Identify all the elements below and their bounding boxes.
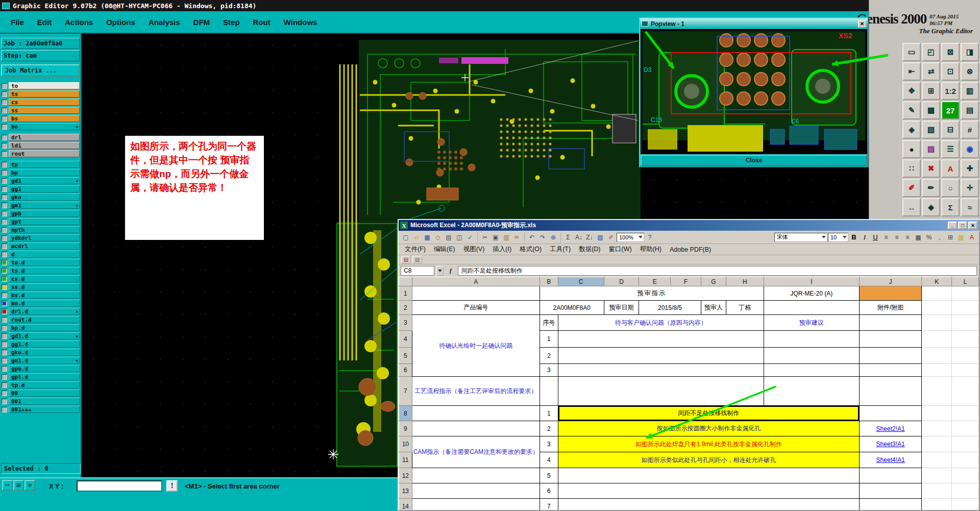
cell-J11[interactable]: Sheet4!A1	[860, 452, 922, 468]
diamond-view-icon[interactable]: ◈	[902, 120, 921, 139]
delete-icon[interactable]: ✖	[922, 159, 940, 178]
excel-save-icon[interactable]: ▦	[422, 232, 432, 242]
cell-B12[interactable]: 5	[540, 468, 558, 483]
menu-actions[interactable]: Actions	[58, 15, 100, 29]
rows-icon[interactable]: ▤	[961, 101, 979, 119]
row-header-9[interactable]: 9	[399, 421, 412, 436]
layer-row-bp.d[interactable]: bp.d	[1, 324, 80, 332]
column-header-J[interactable]: J	[860, 277, 922, 286]
column-header-H[interactable]: H	[726, 277, 764, 286]
font-name-combo[interactable]: 宋体	[774, 233, 827, 242]
layer-checkbox[interactable]	[2, 186, 7, 192]
layer-checkbox[interactable]	[2, 178, 7, 184]
excel-undo-icon[interactable]: ↶	[527, 232, 537, 242]
layer-row-rout.d[interactable]: rout.d	[1, 315, 80, 324]
layer-checkbox[interactable]	[2, 162, 7, 167]
cell-I2[interactable]	[764, 301, 860, 315]
xy-input[interactable]	[77, 480, 162, 492]
layer-checkbox[interactable]	[2, 391, 7, 396]
column-header-A[interactable]: A	[412, 277, 540, 286]
layer-row-gpb.d[interactable]: gpb.d	[1, 364, 80, 373]
layer-checkbox[interactable]	[2, 284, 7, 290]
column-header-G[interactable]: G	[701, 277, 726, 286]
cell-C13[interactable]	[558, 483, 859, 499]
layer-row-bs[interactable]: bs	[1, 114, 80, 123]
layer-checkbox[interactable]	[2, 325, 7, 331]
layer-row-gg1.d[interactable]: gg1.d	[1, 340, 80, 348]
layer-checkbox[interactable]	[2, 83, 7, 89]
adobe-pdf-icon-2[interactable]: ▤	[412, 256, 422, 263]
font-size-combo[interactable]: 10	[828, 233, 848, 242]
menu-step[interactable]: Step	[216, 15, 247, 29]
layer-row-tp.d[interactable]: tp.d	[1, 381, 80, 389]
row-header-1[interactable]: 1	[399, 286, 412, 301]
cell-A9[interactable]	[412, 421, 540, 436]
excel-menu-9[interactable]: 帮助(H)	[636, 244, 666, 255]
layer-checkbox[interactable]	[2, 252, 7, 257]
excel-autosum-icon[interactable]: Σ	[563, 232, 573, 242]
excel-menu-3[interactable]: 视图(V)	[459, 244, 489, 255]
pencil-icon[interactable]: ✏	[922, 179, 940, 197]
layer-row-gpt[interactable]: gpt	[1, 217, 80, 226]
cell-I5[interactable]	[764, 348, 860, 364]
popview-canvas[interactable]: XS2 D3 C13 C6	[641, 29, 867, 154]
excel-print-icon[interactable]: ▤	[444, 232, 454, 242]
excel-percent-icon[interactable]: %	[924, 232, 934, 242]
layer-checkbox[interactable]	[2, 124, 7, 130]
row-header-14[interactable]: 14	[399, 499, 412, 510]
layer-row-drl.d[interactable]: drl.d◆	[1, 307, 80, 315]
zoom-1-2-icon[interactable]: 1:2	[941, 82, 960, 100]
matrix-dots-icon[interactable]: ∷	[902, 159, 921, 178]
screen-icon[interactable]: ▭	[902, 43, 921, 61]
menu-edit[interactable]: Edit	[31, 15, 58, 29]
row-header-3[interactable]: 3	[399, 315, 412, 331]
layer-checkbox[interactable]	[2, 219, 7, 225]
cell-B10[interactable]: 3	[540, 436, 558, 452]
layers-view-icon[interactable]: ▥	[961, 82, 979, 100]
layer-row-gg1[interactable]: gg1	[1, 185, 80, 193]
shade-icon[interactable]: ▧	[922, 120, 940, 139]
row-header-2[interactable]: 2	[399, 301, 412, 315]
column-header-I[interactable]: I	[764, 277, 860, 286]
menu-rout[interactable]: Rout	[247, 15, 277, 29]
layer-row-to[interactable]: to	[1, 82, 80, 90]
cell-C4[interactable]	[558, 331, 764, 348]
excel-hyperlink-icon[interactable]: ⊛	[548, 232, 558, 242]
cell-L7[interactable]	[952, 377, 979, 406]
layer-checkbox[interactable]	[2, 399, 7, 404]
excel-menu-1[interactable]: 文件(F)	[401, 244, 430, 255]
excel-merge-center-icon[interactable]: ▦	[913, 232, 923, 242]
cell-L1[interactable]	[952, 286, 979, 301]
cell-L6[interactable]	[952, 364, 979, 377]
cell-J1[interactable]	[860, 286, 922, 301]
layer-checkbox[interactable]	[2, 350, 7, 355]
menu-file[interactable]: File	[4, 15, 31, 29]
cell-C6[interactable]	[558, 364, 764, 377]
layer-row-ydkdrl[interactable]: ydkdrl	[1, 234, 80, 242]
cell-J9[interactable]: Sheet2!A1	[860, 421, 922, 436]
cell-J12[interactable]	[860, 468, 922, 483]
excel-fill-color-icon[interactable]: ▨	[956, 232, 966, 242]
layer-checkbox[interactable]	[2, 116, 7, 121]
cell-A3[interactable]: 待确认光绘时一起确认问题	[412, 315, 540, 377]
name-box-dropdown-icon[interactable]	[436, 266, 444, 276]
popview-titlebar[interactable]: Popview - 1 ✕	[640, 18, 868, 29]
layer-checkbox[interactable]	[2, 203, 7, 208]
excel-titlebar[interactable]: X Microsoft Excel - 2A00M0F8A0-预审指示.xls …	[399, 220, 979, 231]
column-header-K[interactable]: K	[922, 277, 952, 286]
layer-row-gm1[interactable]: gm1◆	[1, 201, 80, 209]
excel-menu-10[interactable]: Adobe PDF(B)	[666, 245, 715, 255]
layer-row-tp[interactable]: tp	[1, 160, 80, 168]
badge-27-icon[interactable]: 27	[941, 101, 960, 119]
cell-K12[interactable]	[922, 468, 952, 483]
excel-drawing-icon[interactable]: ✐	[606, 232, 616, 242]
select-mode-icon[interactable]: ✏	[2, 480, 13, 491]
layer-row-d[interactable]: d	[1, 250, 80, 258]
minus-box-icon[interactable]: ⊟	[941, 120, 960, 139]
diamond-icon[interactable]: ◆	[922, 198, 940, 216]
cell-C8[interactable]: 间距不足处按移线制作	[558, 406, 859, 421]
excel-font-color-icon[interactable]: A	[967, 232, 977, 242]
popview-close-button[interactable]: Close	[641, 155, 867, 166]
net-icon[interactable]: #	[961, 120, 979, 139]
row-header-12[interactable]: 12	[399, 468, 412, 483]
